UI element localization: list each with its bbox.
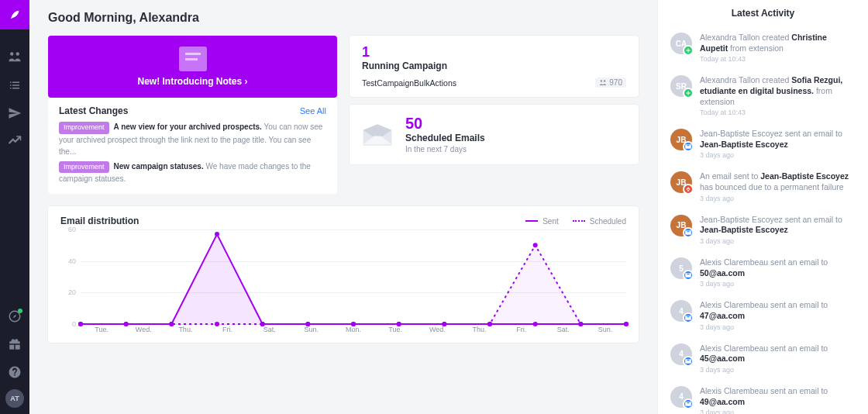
activity-text: Alexis Clarembeau sent an email to 49@aa…: [700, 386, 856, 407]
x-tick-label: Thu.: [458, 326, 500, 338]
activity-list: CAAlexandra Tallon created Christine Aup…: [658, 26, 868, 414]
y-tick-label: 0: [72, 320, 76, 328]
activity-avatar: SR: [670, 75, 692, 97]
activity-avatar: CA: [670, 33, 692, 54]
y-tick-label: 40: [68, 257, 76, 265]
activity-avatar: 4: [670, 386, 692, 408]
change-headline: New campaign statuses.: [114, 162, 204, 171]
activity-avatar: JB: [670, 129, 692, 150]
x-tick-label: Sun.: [584, 326, 626, 338]
legend-label-sent: Sent: [542, 217, 559, 226]
chart-title: Email distribution: [60, 216, 139, 226]
activity-avatar: 5: [670, 257, 692, 279]
nav-lists[interactable]: [0, 71, 29, 99]
notes-banner[interactable]: New! Introducing Notes ›: [48, 36, 337, 98]
activity-text: Alexis Clarembeau sent an email to 45@aa…: [700, 343, 856, 364]
help-icon: [8, 365, 22, 379]
x-tick-label: Thu.: [164, 326, 206, 338]
right-column: 1 Running Campaign TestCampaignBulkActio…: [350, 36, 639, 194]
change-tag: Improvement: [59, 122, 109, 134]
y-tick-label: 20: [68, 288, 76, 296]
chart-plot-area: 0204060 Tue.Wed.Thu.Fri.Sat.Sun.Mon.Tue.…: [60, 229, 626, 338]
running-campaign-card: 1 Running Campaign TestCampaignBulkActio…: [350, 36, 639, 97]
activity-badge: [683, 88, 694, 98]
people-icon: [8, 50, 22, 64]
nav-campaigns[interactable]: [0, 99, 29, 127]
feather-icon: [9, 9, 21, 21]
activity-text: An email sent to Jean-Baptiste Escoyez h…: [700, 171, 856, 192]
svg-point-3: [215, 232, 219, 236]
activity-badge: [683, 45, 694, 56]
activity-item[interactable]: 4Alexis Clarembeau sent an email to 45@a…: [658, 337, 868, 380]
chart-y-axis: 0204060: [60, 229, 79, 324]
chart-x-axis: Tue.Wed.Thu.Fri.Sat.Sun.Mon.Tue.Wed.Thu.…: [81, 326, 626, 338]
activity-text: Alexandra Tallon created Christine Aupet…: [700, 33, 856, 53]
activity-item[interactable]: CAAlexandra Tallon created Christine Aup…: [658, 26, 868, 69]
activity-badge: [683, 398, 694, 409]
activity-item[interactable]: JBJean-Baptiste Escoyez sent an email to…: [658, 122, 868, 165]
activity-time: 3 days ago: [700, 323, 856, 331]
legend-swatch-sent: [525, 220, 538, 222]
envelope-icon: [362, 124, 393, 146]
activity-time: 3 days ago: [700, 195, 856, 202]
y-tick-label: 60: [68, 226, 76, 233]
activity-item[interactable]: 4Alexis Clarembeau sent an email to 47@a…: [658, 294, 868, 336]
running-count: 1: [362, 45, 626, 59]
activity-text: Alexis Clarembeau sent an email to 50@aa…: [700, 257, 856, 278]
changes-list: ImprovementA new view for your archived …: [59, 121, 326, 185]
nav-analytics[interactable]: [0, 127, 29, 155]
legend-label-scheduled: Scheduled: [590, 217, 626, 226]
activity-text: Jean-Baptiste Escoyez sent an email to J…: [700, 215, 856, 236]
activity-avatar: JB: [670, 215, 692, 236]
activity-time: 3 days ago: [700, 237, 856, 245]
activity-text: Alexandra Tallon created Sofia Rezgui, e…: [700, 75, 856, 107]
nav-rewards[interactable]: [0, 330, 29, 358]
activity-item[interactable]: JBAn email sent to Jean-Baptiste Escoyez…: [658, 165, 868, 208]
user-avatar[interactable]: AT: [5, 389, 24, 408]
activity-time: 3 days ago: [700, 280, 856, 288]
email-distribution-card: Email distribution Sent Scheduled 020406…: [48, 206, 639, 343]
campaign-people-count: 970: [609, 78, 622, 87]
activity-time: Today at 10:43: [700, 109, 856, 116]
greeting-title: Good Morning, Alexandra: [48, 11, 639, 25]
activity-time: 3 days ago: [700, 366, 856, 374]
x-tick-label: Fri.: [206, 326, 248, 338]
send-icon: [8, 106, 22, 120]
activity-avatar: 4: [670, 343, 692, 365]
x-tick-label: Fri.: [501, 326, 542, 338]
activity-title: Latest Activity: [658, 0, 868, 26]
campaign-name[interactable]: TestCampaignBulkActions: [362, 78, 456, 88]
x-tick-label: Mon.: [332, 326, 374, 338]
app-logo[interactable]: [0, 0, 29, 29]
latest-changes-title: Latest Changes: [59, 105, 128, 116]
nav-help[interactable]: [0, 358, 29, 386]
main-content: Good Morning, Alexandra New! Introducing…: [29, 0, 657, 414]
x-tick-label: Wed.: [416, 326, 458, 338]
nav-prospects[interactable]: [0, 43, 29, 71]
activity-item[interactable]: 4Alexis Clarembeau sent an email to 49@a…: [658, 380, 868, 414]
see-all-link[interactable]: See All: [300, 106, 326, 116]
activity-panel: Latest Activity CAAlexandra Tallon creat…: [657, 0, 868, 414]
scheduled-count: 50: [405, 116, 485, 131]
change-headline: A new view for your archived prospects.: [114, 122, 262, 131]
activity-avatar: 4: [670, 300, 692, 322]
x-tick-label: Wed.: [122, 326, 164, 338]
notes-doc-icon: [179, 47, 207, 71]
chart-legend: Sent Scheduled: [525, 217, 626, 226]
change-row[interactable]: ImprovementA new view for your archived …: [59, 121, 326, 157]
activity-item[interactable]: 5Alexis Clarembeau sent an email to 50@a…: [658, 251, 868, 294]
notification-dot: [18, 309, 22, 313]
activity-item[interactable]: JBJean-Baptiste Escoyez sent an email to…: [658, 209, 868, 251]
svg-point-23: [533, 243, 538, 247]
activity-item[interactable]: SRAlexandra Tallon created Sofia Rezgui,…: [658, 69, 868, 122]
activity-badge: [683, 312, 694, 323]
nav-explore[interactable]: [0, 302, 29, 330]
people-small-icon: [599, 79, 607, 87]
activity-badge: [683, 227, 694, 238]
activity-badge: [683, 270, 694, 281]
sidebar-nav: AT: [0, 0, 29, 414]
change-row[interactable]: ImprovementNew campaign statuses. We hav…: [59, 160, 326, 185]
x-tick-label: Sat.: [542, 326, 584, 338]
campaign-people-badge: 970: [595, 78, 626, 88]
running-title: Running Campaign: [362, 60, 626, 71]
